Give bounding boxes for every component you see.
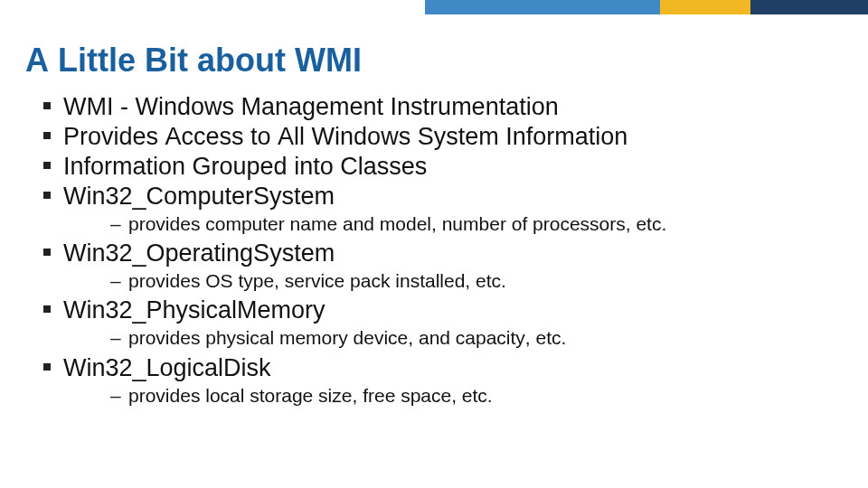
accent-navy — [750, 0, 868, 14]
sub-list: provides computer name and model, number… — [63, 211, 843, 237]
list-item: Information Grouped into Classes — [25, 152, 843, 182]
list-item: WMI - Windows Management Instrumentation — [25, 92, 843, 122]
bullet-label: Win32_LogicalDisk — [63, 353, 843, 383]
slide-body: A Little Bit about WMI WMI - Windows Man… — [25, 42, 843, 410]
accent-bar — [425, 0, 868, 14]
accent-blue — [425, 0, 660, 14]
list-item: Win32_PhysicalMemory provides physical m… — [25, 296, 843, 351]
sub-item: provides local storage size, free space,… — [63, 383, 843, 408]
sub-item: provides physical memory device, and cap… — [63, 325, 843, 351]
slide-title: A Little Bit about WMI — [25, 42, 843, 80]
sub-list: provides physical memory device, and cap… — [63, 325, 843, 351]
bullet-label: Information Grouped into Classes — [63, 152, 843, 182]
list-item: Win32_OperatingSystem provides OS type, … — [25, 239, 843, 294]
accent-yellow — [660, 0, 750, 14]
list-item: Win32_LogicalDisk provides local storage… — [25, 353, 843, 408]
bullet-label: WMI - Windows Management Instrumentation — [63, 92, 843, 122]
list-item: Win32_ComputerSystem provides computer n… — [25, 182, 843, 237]
sub-list: provides local storage size, free space,… — [63, 383, 843, 408]
bullet-list: WMI - Windows Management Instrumentation… — [25, 92, 843, 408]
bullet-label: Win32_PhysicalMemory — [63, 296, 843, 325]
bullet-label: Provides Access to All Windows System In… — [63, 122, 843, 152]
sub-item: provides OS type, service pack installed… — [63, 268, 843, 294]
list-item: Provides Access to All Windows System In… — [25, 122, 843, 152]
sub-list: provides OS type, service pack installed… — [63, 268, 843, 294]
sub-item: provides computer name and model, number… — [63, 211, 843, 237]
bullet-label: Win32_ComputerSystem — [63, 182, 843, 211]
bullet-label: Win32_OperatingSystem — [63, 239, 843, 268]
